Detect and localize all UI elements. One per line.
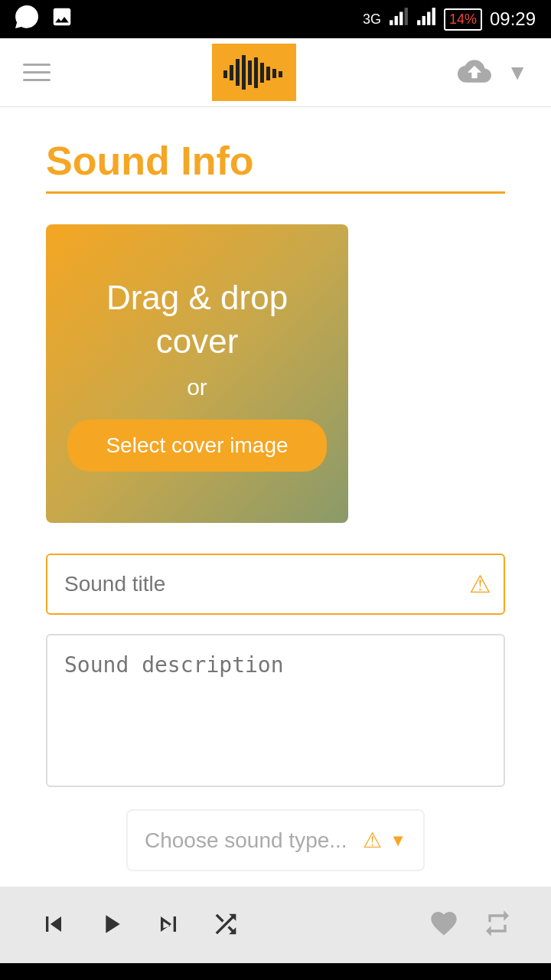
sound-title-input[interactable] [46, 554, 505, 615]
drop-zone-or: or [187, 374, 207, 400]
image-icon [51, 5, 73, 33]
sound-type-dropdown-icon: ▼ [390, 831, 406, 851]
status-bar: 3G 14% 09:29 [0, 0, 551, 38]
hamburger-menu[interactable] [23, 64, 51, 81]
svg-rect-1 [394, 16, 397, 25]
svg-rect-10 [236, 59, 240, 86]
page-title: Sound Info [46, 138, 505, 184]
signal-bars [389, 7, 409, 31]
sound-title-field: ⚠ [46, 554, 505, 615]
svg-rect-16 [272, 69, 276, 78]
signal-bars-2 [416, 7, 436, 31]
clock: 09:29 [490, 8, 536, 30]
app-logo[interactable] [212, 44, 296, 101]
android-nav-bar [0, 963, 551, 980]
title-warning-icon: ⚠ [469, 570, 491, 599]
title-underline [46, 191, 505, 194]
select-cover-button[interactable]: Select cover image [67, 420, 326, 472]
svg-rect-8 [223, 70, 227, 78]
svg-rect-9 [230, 65, 233, 80]
sound-type-warning-icon: ⚠ [363, 828, 382, 853]
svg-rect-17 [279, 71, 282, 77]
svg-rect-3 [404, 8, 407, 25]
repeat-button[interactable] [482, 908, 513, 942]
sound-description-field [46, 634, 505, 790]
sound-type-label: Choose sound type... [145, 828, 347, 853]
svg-rect-14 [260, 63, 264, 83]
sound-type-select[interactable]: Choose sound type... ⚠ ▼ [126, 809, 425, 871]
svg-rect-13 [254, 57, 258, 88]
dropdown-arrow-icon[interactable]: ▼ [507, 60, 528, 85]
svg-rect-4 [417, 20, 420, 25]
sound-type-icons: ⚠ ▼ [363, 828, 406, 853]
shuffle-button[interactable] [210, 909, 241, 942]
svg-rect-11 [242, 55, 246, 90]
play-button[interactable] [96, 909, 126, 942]
svg-rect-12 [248, 60, 252, 85]
svg-rect-15 [266, 67, 270, 80]
svg-rect-6 [427, 12, 430, 25]
favorite-button[interactable] [429, 908, 459, 942]
prev-button[interactable] [38, 909, 69, 942]
logo-svg [220, 51, 289, 93]
player-right-controls [429, 908, 513, 942]
player-bar [0, 887, 551, 963]
battery-indicator: 14% [444, 8, 482, 31]
whatsapp-icon [15, 5, 38, 33]
network-type: 3G [363, 11, 381, 28]
drop-zone-text: Drag & drop cover [46, 276, 348, 363]
svg-rect-7 [432, 8, 435, 25]
sound-description-input[interactable] [46, 634, 505, 787]
cover-drop-zone[interactable]: Drag & drop cover or Select cover image [46, 224, 348, 523]
nav-right-actions: ▼ [458, 54, 528, 91]
nav-bar: ▼ [0, 38, 551, 107]
main-content: Sound Info Drag & drop cover or Select c… [0, 107, 551, 887]
svg-rect-5 [422, 16, 425, 25]
upload-button[interactable] [458, 54, 491, 91]
svg-rect-0 [390, 20, 393, 25]
player-controls [38, 909, 241, 942]
svg-rect-2 [399, 12, 403, 25]
next-button[interactable] [153, 909, 184, 942]
